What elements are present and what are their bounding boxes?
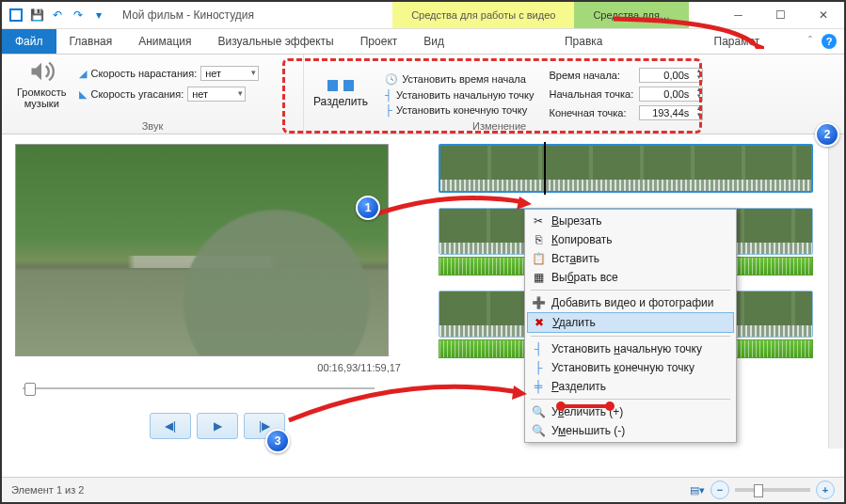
app-menu-icon[interactable] <box>8 7 24 24</box>
end-point-label: Конечная точка: <box>550 107 627 118</box>
tab-view[interactable]: Вид <box>410 29 457 54</box>
view-thumbnails-icon[interactable]: ▤▾ <box>690 484 705 496</box>
window-title: Мой фильм - Киностудия <box>113 8 392 22</box>
prev-frame-button[interactable]: ◀| <box>150 413 191 439</box>
tab-params[interactable]: Парамет <box>701 29 774 54</box>
play-button[interactable]: ▶ <box>197 413 238 439</box>
start-time-spin[interactable]: 0,00s <box>639 68 703 83</box>
group-sound-label: Звук <box>11 120 294 132</box>
delete-icon: ✖ <box>532 315 547 330</box>
end-point-icon: ├ <box>385 104 392 116</box>
annotation-underline <box>561 404 610 408</box>
fade-out-icon: ◣ <box>79 88 87 101</box>
quick-access-toolbar: 💾 ↶ ↷ ▾ <box>2 7 113 24</box>
qat-more-icon[interactable]: ▾ <box>90 7 107 24</box>
video-preview[interactable] <box>15 144 389 356</box>
context-tab-audio[interactable]: Средства для… <box>574 2 689 28</box>
titlebar: 💾 ↶ ↷ ▾ Мой фильм - Киностудия Средства … <box>2 2 844 29</box>
zoom-out-icon: 🔍 <box>531 423 546 438</box>
menu-paste[interactable]: 📋Вставить <box>527 249 734 268</box>
add-media-icon: ➕ <box>531 295 546 310</box>
timecode: 00:16,93/11:59,17 <box>15 362 420 373</box>
scrollbar[interactable] <box>828 134 844 449</box>
fade-out-label: Скорость угасания: <box>90 88 184 100</box>
zoom-controls: ▤▾ − + <box>690 480 835 499</box>
fade-in-combo[interactable]: нет <box>200 66 259 81</box>
app-window: 💾 ↶ ↷ ▾ Мой фильм - Киностудия Средства … <box>0 0 846 504</box>
playhead[interactable] <box>544 142 546 195</box>
window-controls: ─ ☐ ✕ <box>717 2 844 28</box>
menu-split[interactable]: ╪Разделить <box>527 377 734 396</box>
start-point-spin[interactable]: 0,00s <box>639 87 703 102</box>
start-point-icon: ┤ <box>531 341 546 356</box>
menu-zoom-out[interactable]: 🔍Уменьшить (-) <box>527 421 734 440</box>
menu-cut[interactable]: ✂ВВырезатьырезать <box>527 212 734 230</box>
tab-edit[interactable]: Правка <box>551 29 616 54</box>
speaker-icon <box>28 58 55 85</box>
save-icon[interactable]: 💾 <box>28 7 45 24</box>
video-clip-1[interactable] <box>439 144 813 193</box>
annotation-badge-3: 3 <box>265 429 290 453</box>
clock-icon: 🕓 <box>385 73 398 86</box>
zoom-in-icon: 🔍 <box>531 404 546 419</box>
start-point-icon: ┤ <box>385 89 392 101</box>
group-change-label: Изменение <box>472 120 526 132</box>
start-point-label: Начальная точка: <box>550 88 634 100</box>
help-icon[interactable]: ? <box>822 34 837 49</box>
close-button[interactable]: ✕ <box>802 2 844 28</box>
start-time-label: Время начала: <box>550 70 621 81</box>
menu-add-media[interactable]: ➕Добавить видео и фотографии <box>527 293 734 312</box>
select-all-icon: ▦ <box>531 270 546 285</box>
contextual-tabs: Средства для работы с видео Средства для… <box>392 2 689 28</box>
tab-animation[interactable]: Анимация <box>125 29 204 54</box>
clip-row <box>439 144 813 193</box>
zoom-in-button[interactable]: + <box>816 480 835 499</box>
end-point-icon: ├ <box>531 360 546 375</box>
svg-rect-1 <box>11 10 21 20</box>
maximize-button[interactable]: ☐ <box>759 2 802 28</box>
menu-delete[interactable]: ✖Удалить <box>527 312 734 333</box>
annotation-badge-2: 2 <box>815 122 839 147</box>
menu-set-start[interactable]: ┤Установить начальную точку <box>527 339 734 358</box>
menu-select-all[interactable]: ▦Выбрать все <box>527 268 734 287</box>
tab-vfx[interactable]: Визуальные эффекты <box>205 29 347 54</box>
split-label: Разделить <box>313 95 368 108</box>
music-volume-label: Громкость музыки <box>17 87 66 109</box>
status-item-count: Элемент 1 из 2 <box>11 484 84 496</box>
menu-copy[interactable]: ⎘Копировать <box>527 230 734 249</box>
ribbon-tabs: Файл Главная Анимация Визуальные эффекты… <box>2 29 844 55</box>
paste-icon: 📋 <box>531 251 546 266</box>
scissors-icon: ✂ <box>531 213 546 228</box>
statusbar: Элемент 1 из 2 ▤▾ − + <box>2 477 844 502</box>
preview-pane: 00:16,93/11:59,17 ◀| ▶ |▶ <box>2 134 433 449</box>
split-icon: ╪ <box>531 379 546 394</box>
set-start-point-button[interactable]: ┤Установить начальную точку <box>385 89 534 101</box>
split-button[interactable]: Разделить <box>304 55 377 134</box>
playback-controls: ◀| ▶ |▶ <box>15 413 420 439</box>
ribbon: Громкость музыки ◢ Скорость нарастания: … <box>2 55 844 134</box>
split-icon <box>327 80 354 91</box>
seek-slider[interactable] <box>15 379 382 398</box>
fade-out-combo[interactable]: нет <box>187 87 246 102</box>
copy-icon: ⎘ <box>531 232 546 247</box>
collapse-ribbon-icon[interactable]: ˆ <box>808 35 812 48</box>
redo-icon[interactable]: ↷ <box>70 7 87 24</box>
minimize-button[interactable]: ─ <box>717 2 759 28</box>
tab-project[interactable]: Проект <box>347 29 411 54</box>
fade-in-label: Скорость нарастания: <box>90 68 197 79</box>
context-tab-video[interactable]: Средства для работы с видео <box>392 2 574 28</box>
end-point-spin[interactable]: 193,44s <box>639 105 703 120</box>
set-end-point-button[interactable]: ├Установить конечную точку <box>385 104 534 116</box>
zoom-out-button[interactable]: − <box>710 480 729 499</box>
fade-in-icon: ◢ <box>79 68 87 80</box>
set-start-time-button[interactable]: 🕓Установить время начала <box>385 73 534 86</box>
annotation-badge-1: 1 <box>356 196 380 220</box>
tab-home[interactable]: Главная <box>56 29 126 54</box>
tab-file[interactable]: Файл <box>2 29 56 54</box>
zoom-slider[interactable] <box>735 488 810 492</box>
music-volume-button[interactable]: Громкость музыки <box>11 58 72 109</box>
undo-icon[interactable]: ↶ <box>49 7 66 24</box>
menu-set-end[interactable]: ├Установить конечную точку <box>527 358 734 377</box>
